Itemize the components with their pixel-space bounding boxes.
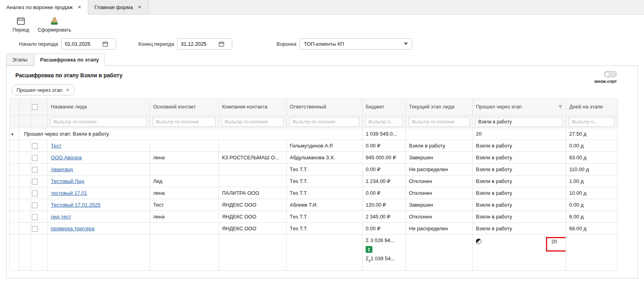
close-icon[interactable]: ✕: [138, 4, 142, 10]
group-label: Прошел через этап: Взяли в работу: [19, 128, 363, 140]
multisort-toggle[interactable]: [604, 71, 617, 77]
col-header-passed[interactable]: Прошел через этап: [473, 99, 566, 116]
col-header-budget[interactable]: Бюджет: [363, 99, 406, 116]
tab-main-form[interactable]: Главная форма ✕: [88, 0, 148, 14]
filter-bar: Начало периода Конец периода Воронка ТОП…: [0, 38, 644, 50]
lead-name-link[interactable]: Тестовый Лид: [51, 178, 84, 184]
calendar-icon[interactable]: [102, 41, 108, 47]
sigma-badge-icon[interactable]: Σ: [366, 246, 372, 253]
cell-spacer: [19, 140, 31, 152]
cell-checkbox: [31, 175, 48, 187]
cell-checkbox: [31, 140, 48, 152]
filtered-sum-value: 1 039 54...: [371, 256, 395, 261]
lead-name-link[interactable]: тестовый 17.01: [51, 190, 87, 196]
cell-expand: [10, 187, 19, 199]
lead-name-link[interactable]: проверка триггера: [51, 226, 94, 231]
filter-input-name[interactable]: [50, 117, 147, 127]
table-row: лид тест лена ЯНДЕКС ООО Тes Т.Т. 2 345.…: [10, 211, 618, 223]
tab-stage-decode-label: Расшифровка по этапу: [40, 57, 99, 63]
row-checkbox[interactable]: [32, 226, 38, 232]
generate-button-label: Сформировать: [38, 27, 71, 33]
cell-name: Тестовый 17.01.2025: [48, 199, 150, 211]
start-period-label: Начало периода: [19, 41, 58, 47]
view-tab-strip: Этапы Расшифровка по этапу: [6, 54, 644, 65]
cell-company: [219, 175, 287, 187]
filter-cell-empty: [31, 116, 48, 128]
filter-input-passed[interactable]: [476, 117, 563, 127]
cell-contact: [150, 164, 219, 175]
cell-company: ЯНДЕКС ООО: [219, 211, 287, 223]
select-all-header: [31, 99, 48, 116]
filter-input-days[interactable]: [569, 117, 614, 127]
row-checkbox[interactable]: [32, 155, 38, 161]
lead-name-link[interactable]: Тест: [51, 143, 61, 149]
end-period-input[interactable]: [178, 41, 218, 47]
filter-input-stage[interactable]: [409, 117, 470, 127]
lead-name-link[interactable]: лид тест: [51, 214, 71, 220]
lead-name-link[interactable]: Тестовый 17.01.2025: [51, 202, 100, 208]
footer-cell-empty: [19, 235, 31, 271]
lead-name-link[interactable]: Авангард: [51, 166, 73, 172]
cell-passed: Взяли в работу: [473, 223, 566, 235]
cell-name: Тестовый Лид: [48, 175, 150, 187]
filter-cell: [406, 116, 473, 128]
select-all-checkbox[interactable]: [32, 104, 38, 110]
col-header-responsible-label: Ответственный: [290, 104, 326, 110]
col-header-contact[interactable]: Основной контакт: [150, 99, 219, 116]
row-checkbox[interactable]: [32, 214, 38, 220]
cell-days: 1.00 д: [566, 175, 618, 187]
tab-funnel-analysis[interactable]: Анализ по воронке продаж ✕: [0, 0, 88, 15]
tab-stages[interactable]: Этапы: [6, 54, 33, 65]
cell-checkbox: [31, 164, 48, 175]
spacer-column-header: [19, 99, 31, 116]
multisort-control: множ.сорт: [594, 71, 617, 84]
filter-input-company[interactable]: [222, 117, 283, 127]
cell-passed: Взяли в работу: [473, 140, 566, 152]
row-checkbox[interactable]: [32, 190, 38, 196]
filter-input-budget[interactable]: [365, 117, 403, 127]
collapse-arrow-icon[interactable]: ▼: [11, 132, 14, 136]
row-checkbox[interactable]: [32, 202, 38, 208]
toggle-knob-icon: [605, 72, 610, 77]
funnel-select[interactable]: ТОП-клиенты КП: [300, 38, 412, 50]
close-icon[interactable]: ✕: [78, 4, 81, 10]
row-checkbox[interactable]: [32, 167, 38, 173]
col-header-name[interactable]: Название лида: [48, 99, 150, 116]
filter-input-contact[interactable]: [153, 117, 216, 127]
close-icon[interactable]: ✕: [66, 88, 69, 93]
col-header-responsible[interactable]: Ответственный: [287, 99, 363, 116]
col-header-company[interactable]: Компания контакта: [219, 99, 287, 116]
generate-button[interactable]: Сформировать: [35, 16, 74, 34]
cell-contact: лена: [150, 152, 219, 164]
filter-input-responsible[interactable]: [289, 117, 359, 127]
filter-chip-passed-stage[interactable]: Прошел через этап ✕: [11, 84, 75, 95]
filter-chip-row: Прошел через этап ✕: [11, 84, 637, 95]
row-checkbox[interactable]: [32, 143, 38, 149]
row-checkbox[interactable]: [32, 179, 38, 185]
footer-cell-empty: [566, 235, 618, 271]
col-header-days[interactable]: Дней на этапе: [566, 99, 618, 116]
table-row: Тестовый Лид Лид Тes Т.Т. 1 234.00 ₽ Отк…: [10, 175, 618, 187]
cell-stage: Не распределен: [406, 223, 473, 235]
table-row: Тест Гильмутдинов А.Р. 0.00 ₽ Взяли в ра…: [10, 140, 618, 152]
cell-days: 0.00 д: [566, 199, 618, 211]
cell-expand: [10, 199, 19, 211]
tab-stage-decode[interactable]: Расшифровка по этапу: [34, 54, 105, 66]
col-header-stage-label: Текущий этап лида: [409, 104, 454, 110]
cell-spacer: [19, 175, 31, 187]
cell-responsible: Абдульманова З.Х.: [287, 152, 363, 164]
start-period-input[interactable]: [61, 41, 102, 47]
filter-cell: [566, 116, 618, 128]
cell-company: ПАЛИТРА ООО: [219, 187, 287, 199]
period-button[interactable]: Период: [9, 16, 32, 34]
col-header-budget-label: Бюджет: [366, 104, 384, 110]
cell-expand: [10, 152, 19, 164]
cell-stage: Отклонен: [406, 175, 473, 187]
cell-days: 6.00 д: [566, 211, 618, 223]
col-header-stage[interactable]: Текущий этап лида: [406, 99, 473, 116]
calendar-icon[interactable]: [218, 41, 224, 47]
cell-responsible: Тes Т.Т.: [287, 211, 363, 223]
lead-name-link[interactable]: ООО Аврора: [51, 155, 81, 160]
budget-sum-total: Σ 3 026 94...: [366, 237, 402, 243]
cell-contact: лена: [150, 187, 219, 199]
